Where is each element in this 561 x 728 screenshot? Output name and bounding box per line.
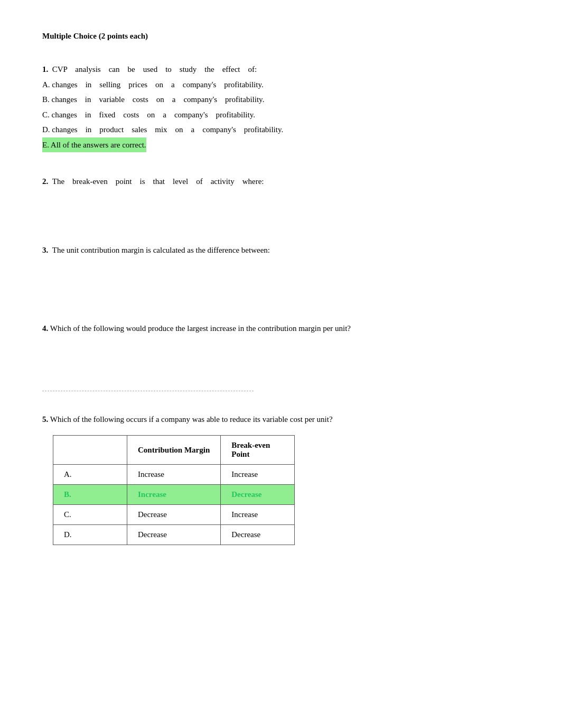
q1-optB-label: B. changes in variable costs on a compan… [42,92,264,107]
q4-body: Which of the following would produce the… [50,324,351,333]
q1-optionE: E. All of the answers are correct. [42,137,519,153]
q1-intro: 1. CVP analysis can be used to study the… [42,62,519,152]
row-d-col1: Decrease [127,525,221,545]
row-c-col1: Decrease [127,505,221,525]
q3-number: 3. [42,242,48,258]
table-header-row: Contribution Margin Break-evenPoint [53,436,295,465]
q3-extra-space [42,290,519,300]
q5-table: Contribution Margin Break-evenPoint A. I… [53,435,295,545]
q1-number: 1. [42,62,48,77]
q4-number: 4. [42,324,48,333]
table-row-b: B. Increase Decrease [53,485,295,505]
table-row-a: A. Increase Increase [53,465,295,485]
q5-number: 5. [42,415,48,423]
row-a-col2: Increase [221,465,295,485]
question-1: 1. CVP analysis can be used to study the… [42,62,519,152]
q1-optD-label: D. changes in product sales mix on a com… [42,122,283,137]
page-wrapper: Multiple Choice (2 points each) 1. CVP a… [42,32,519,545]
q4-divider [42,391,254,391]
q1-optC-label: C. changes in fixed costs on a company's… [42,107,255,123]
question-3: 3. The unit contribution margin is calcu… [42,242,519,300]
breakeven-header-text: Break-evenPoint [231,441,270,458]
row-b-col1: Increase [127,485,221,505]
table-row-c: C. Decrease Increase [53,505,295,525]
row-c-col2: Increase [221,505,295,525]
q5-body: Which of the following occurs if a compa… [50,415,333,423]
row-b-label: B. [53,485,127,505]
col-breakeven-header: Break-evenPoint [221,436,295,465]
table-row-d: D. Decrease Decrease [53,525,295,545]
question-4: 4. Which of the following would produce … [42,321,519,391]
q2-number: 2. [42,173,48,189]
row-d-col2: Decrease [221,525,295,545]
q4-answer-space [42,336,519,378]
section-title: Multiple Choice (2 points each) [42,32,519,41]
q1-optionC: C. changes in fixed costs on a company's… [42,107,519,123]
q1-optionA: A. changes in selling prices on a compan… [42,77,519,93]
col-contribution-header: Contribution Margin [127,436,221,465]
q2-body: The break-even point is that level of ac… [52,173,264,189]
row-d-label: D. [53,525,127,545]
question-2: 2. The break-even point is that level of… [42,173,519,221]
q1-intro-row: 1. CVP analysis can be used to study the… [42,62,519,77]
col-label-header [53,436,127,465]
q2-text-line: 2. The break-even point is that level of… [42,173,519,189]
q1-optE-text: E. All of the answers are correct. [42,137,146,153]
row-c-label: C. [53,505,127,525]
q2-answer-space [42,189,519,221]
question-5: 5. Which of the following occurs if a co… [42,412,519,545]
q3-text-line: 3. The unit contribution margin is calcu… [42,242,519,258]
q4-text-line: 4. Which of the following would produce … [42,321,519,336]
row-a-label: A. [53,465,127,485]
q1-optionB: B. changes in variable costs on a compan… [42,92,519,107]
q1-optA-label: A. changes in selling prices on a compan… [42,77,264,93]
row-a-col1: Increase [127,465,221,485]
contribution-header-text: Contribution Margin [138,446,210,454]
q3-answer-space [42,258,519,290]
q1-intro-text: CVP analysis can be used to study the ef… [52,62,257,77]
q5-text-line: 5. Which of the following occurs if a co… [42,412,519,427]
q1-optionD: D. changes in product sales mix on a com… [42,122,519,137]
row-b-col2: Decrease [221,485,295,505]
q3-body: The unit contribution margin is calculat… [52,242,270,258]
